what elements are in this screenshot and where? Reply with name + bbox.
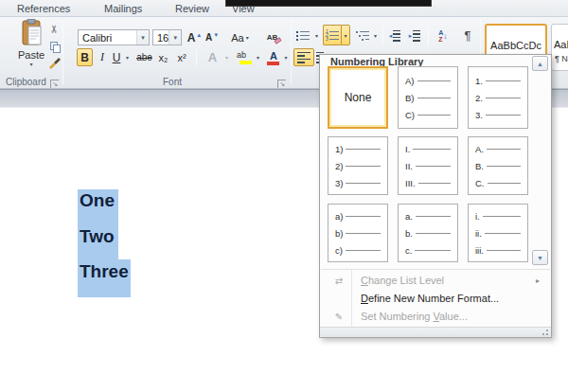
scroll-down-button[interactable]: ▼ — [532, 250, 548, 265]
shrink-font-button[interactable]: A ▼ — [204, 29, 220, 45]
numbering-option-upper-letter-period[interactable]: A. B. C. — [468, 136, 528, 195]
strikethrough-button[interactable]: abe — [135, 48, 153, 66]
style-sample-text: AaBbCcDc — [487, 40, 545, 51]
copy-button[interactable] — [47, 40, 62, 54]
cut-button[interactable]: ✂ — [47, 22, 62, 36]
menu-item-change-list-level: ⇄ Change List Level ▸ — [322, 272, 549, 289]
font-size-combo[interactable]: 16 ▼ — [152, 29, 182, 45]
bullets-button[interactable] — [293, 26, 312, 45]
paste-dropdown-arrow-icon: ▾ — [29, 61, 32, 67]
align-left-icon — [297, 52, 311, 63]
group-separator — [62, 20, 63, 84]
tab-review[interactable]: Review — [175, 3, 209, 14]
preview-line — [418, 183, 451, 184]
shrink-font-glyph: A — [205, 32, 212, 43]
menu-item-define-new-number-format[interactable]: Define New Number Format... — [322, 290, 549, 307]
tab-mailings[interactable]: Mailings — [104, 3, 142, 14]
clipboard-group-label: Clipboard — [6, 77, 46, 87]
document-line[interactable]: Three — [80, 262, 129, 281]
change-case-arrow-icon: ▾ — [246, 34, 249, 41]
underline-button[interactable]: U — [110, 48, 123, 66]
style-sample-text: AaB — [552, 39, 568, 50]
preview-line — [413, 149, 451, 150]
preview-line — [346, 183, 381, 184]
button-separator — [196, 48, 197, 66]
font-group-label: Font — [163, 77, 182, 87]
sort-button[interactable]: A Z ↓ — [434, 26, 453, 45]
preview-line — [487, 166, 521, 167]
numbering-option-decimal-paren[interactable]: 1) 2) 3) — [328, 136, 388, 195]
numbering-option-lower-roman[interactable]: i. ii. iii. — [468, 204, 528, 262]
paste-label: Paste — [18, 49, 44, 61]
clear-formatting-button[interactable]: AB — [262, 29, 282, 45]
font-size-dropdown-icon[interactable]: ▼ — [169, 30, 181, 45]
font-color-dropdown-icon[interactable]: ▾ — [282, 48, 290, 66]
preview-line — [346, 166, 381, 167]
style-chip-no-spacing[interactable]: AaB ¶ No — [551, 24, 568, 71]
preview-line — [487, 250, 521, 251]
numbering-option-decimal-period[interactable]: 1. 2. 3. — [468, 66, 528, 129]
preview-line — [416, 233, 451, 234]
bullets-dropdown-icon[interactable]: ▾ — [312, 26, 321, 45]
bold-button[interactable]: B — [77, 48, 93, 66]
scroll-up-button[interactable]: ▲ — [532, 56, 548, 71]
preview-line — [346, 250, 381, 251]
bold-glyph: B — [80, 51, 89, 64]
numbering-button[interactable]: 1 2 3 — [323, 25, 341, 45]
document-line[interactable]: Two — [80, 227, 115, 246]
numbering-option-upper-letter-paren[interactable]: A) B) C) — [398, 66, 458, 129]
numbering-option-none[interactable]: None — [328, 66, 388, 129]
superscript-button[interactable]: x² — [174, 48, 189, 66]
text-effects-button[interactable]: A — [203, 48, 222, 66]
show-marks-button[interactable]: ¶ — [458, 26, 477, 45]
font-dialog-launcher-icon[interactable]: ↘ — [277, 80, 286, 88]
preview-line — [417, 115, 451, 116]
format-painter-brush-icon — [49, 56, 62, 73]
decrease-indent-icon: ◂ — [389, 30, 401, 42]
text-effects-dropdown-icon[interactable]: ▾ — [222, 48, 231, 66]
text-highlight-dropdown-icon[interactable]: ▾ — [254, 48, 262, 66]
tab-references[interactable]: References — [17, 3, 70, 14]
multilevel-dropdown-icon[interactable]: ▾ — [371, 26, 380, 45]
grow-font-button[interactable]: A ▲ — [186, 29, 203, 45]
text-highlight-button[interactable]: ab — [235, 48, 254, 66]
underline-glyph: U — [113, 51, 121, 64]
group-separator — [291, 20, 292, 84]
document-line[interactable]: One — [80, 191, 115, 210]
numbering-option-lower-letter-paren[interactable]: a) b) c) — [328, 204, 388, 262]
increase-indent-button[interactable]: ▸ — [406, 26, 423, 45]
preview-line — [416, 166, 451, 167]
preview-line — [417, 80, 452, 81]
preview-line — [415, 250, 451, 251]
font-name-combo[interactable]: Calibri ▼ — [78, 29, 150, 45]
numbering-option-upper-roman[interactable]: I. II. III. — [398, 136, 458, 195]
superscript-glyph: x² — [177, 52, 186, 63]
preview-line — [346, 149, 381, 150]
multilevel-list-button[interactable] — [353, 26, 371, 45]
change-case-glyph: Aa — [231, 32, 243, 44]
font-size-value: 16 — [157, 32, 169, 44]
grow-arrow-icon: ▲ — [196, 32, 202, 38]
sort-icon: A Z ↓ — [438, 29, 448, 43]
preview-line — [488, 183, 522, 184]
subscript-button[interactable]: x₂ — [156, 48, 170, 66]
underline-dropdown-icon[interactable]: ▾ — [123, 48, 132, 66]
font-name-dropdown-icon[interactable]: ▼ — [136, 30, 149, 45]
numbering-option-lower-letter-period[interactable]: a. b. c. — [398, 204, 458, 262]
clipboard-dialog-launcher-icon[interactable]: ↘ — [50, 80, 59, 88]
italic-button[interactable]: I — [97, 48, 108, 66]
format-painter-button[interactable] — [47, 57, 62, 71]
preview-line — [417, 98, 452, 98]
numbering-dropdown-icon[interactable]: ▾ — [341, 25, 350, 45]
paste-button[interactable]: Paste ▾ — [11, 20, 51, 65]
preview-line — [485, 233, 521, 234]
resize-grip-icon — [542, 330, 548, 335]
dropdown-resize-bar[interactable] — [320, 327, 551, 337]
change-case-button[interactable]: Aa ▾ — [227, 29, 253, 45]
set-numbering-value-icon: ✎ — [329, 312, 348, 322]
decrease-indent-button[interactable]: ◂ — [386, 26, 403, 45]
scroll-down-icon: ▼ — [537, 255, 543, 261]
button-separator — [382, 26, 383, 45]
font-color-button[interactable]: A — [265, 48, 282, 66]
align-left-button[interactable] — [293, 48, 314, 66]
